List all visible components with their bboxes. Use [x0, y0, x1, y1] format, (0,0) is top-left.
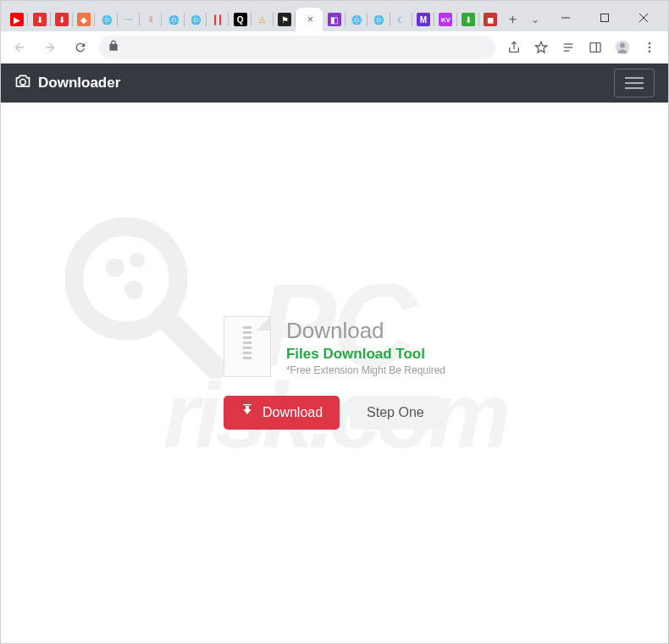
minimize-button[interactable] — [546, 4, 585, 31]
download-button[interactable]: Download — [224, 396, 340, 430]
youtube-icon: ▶ — [10, 13, 24, 26]
download-icon — [241, 404, 254, 421]
back-button[interactable] — [8, 36, 31, 59]
site-navbar: Downloader — [1, 64, 668, 103]
tab-active[interactable]: × — [296, 8, 323, 31]
bookmark-button[interactable] — [529, 36, 553, 59]
pause-icon: ┃┃ — [211, 13, 224, 26]
download-card: Download Files Download Tool *Free Exten… — [224, 316, 445, 430]
maximize-button[interactable] — [585, 4, 624, 31]
moon-icon: ☾ — [395, 13, 408, 26]
tab-3[interactable]: ⬇ — [51, 8, 73, 31]
new-tab-button[interactable]: + — [501, 8, 523, 31]
download-button-label: Download — [263, 405, 323, 420]
file-zip-icon — [224, 316, 271, 377]
tab-21[interactable]: ⬇ — [457, 8, 479, 31]
lock-icon — [108, 40, 119, 55]
tab-8[interactable]: 🌐 — [162, 8, 184, 31]
svg-point-13 — [649, 50, 651, 53]
camera-icon — [14, 73, 31, 94]
tab-1[interactable]: ▶ — [6, 8, 28, 31]
svg-point-15 — [74, 226, 178, 330]
address-bar[interactable] — [99, 36, 495, 59]
profile-button[interactable] — [611, 36, 634, 59]
globe-icon: 🌐 — [372, 13, 385, 26]
bars-icon: ⦀ — [144, 13, 158, 26]
svg-point-11 — [649, 42, 651, 45]
chevron-down-icon[interactable]: ⌄ — [524, 8, 546, 31]
side-panel-button[interactable] — [583, 36, 607, 59]
reload-button[interactable] — [69, 36, 92, 59]
tab-11[interactable]: Q — [229, 8, 251, 31]
tab-2[interactable]: ⬇ — [28, 8, 50, 31]
svg-point-18 — [130, 253, 145, 268]
card-title: Download — [286, 318, 445, 344]
download-icon: ⬇ — [55, 13, 69, 26]
brand-text: Downloader — [38, 75, 120, 92]
warning-icon: ⚠ — [256, 13, 269, 26]
tab-15[interactable]: ◧ — [323, 8, 345, 31]
app-icon: ◆ — [77, 13, 91, 26]
card-subtitle: Files Download Tool — [286, 346, 445, 363]
m-icon: M — [417, 13, 430, 26]
tab-4[interactable]: ◆ — [73, 8, 95, 31]
wave-icon: 〰 — [122, 13, 135, 26]
svg-point-17 — [106, 258, 124, 277]
tab-6[interactable]: 〰 — [118, 8, 140, 31]
step-one-button[interactable]: Step One — [350, 396, 441, 430]
svg-rect-7 — [590, 42, 600, 52]
svg-rect-1 — [600, 14, 608, 22]
svg-point-14 — [20, 79, 26, 85]
tab-13[interactable]: ⚑ — [274, 8, 296, 31]
browser-toolbar — [1, 31, 668, 64]
svg-point-12 — [649, 46, 651, 48]
browser-tab-strip: ▶ ⬇ ⬇ ◆ 🌐 〰 ⦀ 🌐 🌐 ┃┃ Q ⚠ ⚑ × ◧ 🌐 🌐 ☾ M K… — [1, 1, 668, 31]
globe-icon: 🌐 — [100, 13, 113, 26]
tab-9[interactable]: 🌐 — [185, 8, 207, 31]
app-icon: ◧ — [328, 13, 341, 26]
globe-icon: 🌐 — [167, 13, 180, 26]
download-icon: ⬇ — [33, 13, 47, 26]
close-window-button[interactable] — [624, 4, 663, 31]
reading-list-button[interactable] — [556, 36, 580, 59]
brand[interactable]: Downloader — [14, 73, 120, 94]
svg-point-19 — [124, 280, 143, 299]
tab-5[interactable]: 🌐 — [95, 8, 117, 31]
tab-17[interactable]: 🌐 — [368, 8, 390, 31]
close-icon[interactable]: × — [307, 14, 313, 25]
tab-18[interactable]: ☾ — [390, 8, 412, 31]
tab-7[interactable]: ⦀ — [140, 8, 162, 31]
step-one-button-label: Step One — [367, 405, 424, 420]
tab-16[interactable]: 🌐 — [346, 8, 368, 31]
share-button[interactable] — [502, 36, 526, 59]
forward-button[interactable] — [38, 36, 62, 59]
kv-icon: KV — [439, 13, 452, 26]
menu-button[interactable] — [638, 36, 661, 59]
globe-icon: 🌐 — [189, 13, 202, 26]
svg-point-10 — [620, 42, 625, 47]
globe-icon: 🌐 — [350, 13, 363, 26]
tab-19[interactable]: M — [412, 8, 434, 31]
tab-20[interactable]: KV — [434, 8, 456, 31]
tab-12[interactable]: ⚠ — [252, 8, 274, 31]
navbar-toggle[interactable] — [614, 69, 655, 97]
download-icon: ⬇ — [462, 13, 475, 26]
tab-10[interactable]: ┃┃ — [207, 8, 229, 31]
svg-line-16 — [163, 316, 216, 369]
app-icon: ◼ — [484, 13, 497, 26]
tab-22[interactable]: ◼ — [479, 8, 501, 31]
card-note: *Free Extension Might Be Required — [286, 364, 445, 376]
q-icon: Q — [234, 13, 247, 26]
flag-icon: ⚑ — [278, 13, 291, 26]
hamburger-icon — [625, 77, 644, 89]
page-content: PC risk.com Download Files Download Tool… — [1, 103, 668, 643]
